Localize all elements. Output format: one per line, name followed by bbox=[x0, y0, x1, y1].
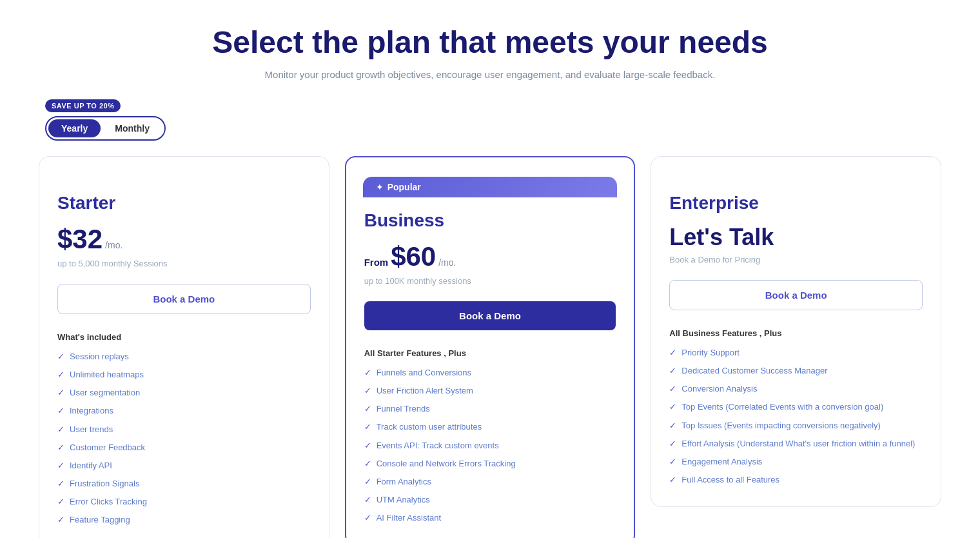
feature-text: Console and Network Errors Tracking bbox=[377, 458, 516, 470]
feature-item: ✓ Top Issues (Events impacting conversio… bbox=[669, 420, 923, 432]
feature-text: Session replays bbox=[70, 351, 129, 363]
feature-text: Top Issues (Events impacting conversions… bbox=[681, 420, 881, 432]
feature-text: Frustration Signals bbox=[70, 478, 139, 490]
feature-item: ✓ Form Analytics bbox=[364, 476, 616, 488]
star-icon: ✦ bbox=[376, 182, 384, 192]
feature-text: User trends bbox=[70, 424, 113, 435]
check-icon: ✓ bbox=[364, 422, 371, 432]
feature-text: Dedicated Customer Success Manager bbox=[681, 365, 827, 377]
price-from: From bbox=[364, 257, 389, 268]
price-amount-business: $60 bbox=[391, 241, 436, 272]
monthly-toggle[interactable]: Monthly bbox=[102, 119, 162, 137]
check-icon: ✓ bbox=[57, 406, 64, 415]
feature-item: ✓ Conversion Analysis bbox=[669, 383, 923, 395]
price-amount-starter: $32 bbox=[57, 224, 103, 255]
feature-item: ✓ Engagement Analysis bbox=[669, 456, 923, 468]
check-icon: ✓ bbox=[364, 459, 371, 468]
check-icon: ✓ bbox=[364, 368, 371, 377]
billing-toggle[interactable]: Yearly Monthly bbox=[45, 116, 166, 141]
feature-item: ✓ Customer Feedback bbox=[57, 442, 311, 453]
feature-item: ✓ Funnel Trends bbox=[364, 403, 616, 415]
book-demo-pricing-label: Book a Demo for Pricing bbox=[669, 255, 923, 264]
feature-item: ✓ Track custom user attributes bbox=[364, 421, 616, 433]
feature-item: ✓ Unlimited heatmaps bbox=[57, 369, 311, 381]
feature-text: Identify API bbox=[70, 460, 112, 472]
feature-item: ✓ Integrations bbox=[57, 405, 311, 417]
popular-badge: ✦ Popular bbox=[363, 177, 618, 197]
check-icon: ✓ bbox=[364, 513, 371, 523]
plan-name-starter: Starter bbox=[57, 193, 311, 214]
feature-item: ✓ Funnels and Conversions bbox=[364, 367, 616, 379]
check-icon: ✓ bbox=[57, 388, 64, 397]
feature-text: Error Clicks Tracking bbox=[70, 496, 147, 508]
feature-item: ✓ AI Filter Assistant bbox=[364, 512, 616, 524]
feature-text: UTM Analytics bbox=[377, 494, 430, 506]
feature-text: AI Filter Assistant bbox=[377, 512, 441, 524]
plan-name-enterprise: Enterprise bbox=[669, 193, 923, 214]
feature-text: Priority Support bbox=[681, 347, 740, 359]
lets-talk-label: Let's Talk bbox=[669, 224, 923, 251]
feature-text: Funnel Trends bbox=[377, 403, 430, 415]
feature-text: Events API: Track custom events bbox=[377, 440, 499, 452]
check-icon: ✓ bbox=[364, 441, 371, 450]
feature-item: ✓ User segmentation bbox=[57, 387, 311, 399]
feature-text: Engagement Analysis bbox=[681, 456, 762, 468]
check-icon: ✓ bbox=[57, 515, 64, 524]
feature-text: Feature Tagging bbox=[70, 514, 130, 526]
feature-item: ✓ Effort Analysis (Understand What's use… bbox=[669, 438, 923, 450]
feature-item: ✓ User Friction Alert System bbox=[364, 385, 616, 397]
yearly-toggle[interactable]: Yearly bbox=[48, 119, 101, 137]
check-icon: ✓ bbox=[669, 402, 676, 412]
check-icon: ✓ bbox=[364, 477, 371, 486]
feature-item: ✓ Events API: Track custom events bbox=[364, 440, 616, 452]
feature-item: ✓ UTM Analytics bbox=[364, 494, 616, 506]
feature-item: ✓ Session replays bbox=[57, 351, 311, 363]
feature-text: Funnels and Conversions bbox=[377, 367, 471, 379]
feature-item: ✓ Frustration Signals bbox=[57, 478, 311, 490]
feature-list-business: ✓ Funnels and Conversions ✓ User Frictio… bbox=[364, 367, 616, 524]
price-period-business: /mo. bbox=[438, 257, 456, 268]
check-icon: ✓ bbox=[57, 497, 64, 506]
feature-item: ✓ Priority Support bbox=[669, 347, 923, 359]
price-row-starter: $32/mo. bbox=[57, 224, 311, 255]
book-demo-button-business[interactable]: Book a Demo bbox=[364, 301, 616, 330]
page-title: Select the plan that meets your needs bbox=[39, 26, 941, 60]
price-sessions-business: up to 100K monthly sessions bbox=[364, 276, 616, 286]
feature-item: ✓ Top Events (Correlated Events with a c… bbox=[669, 401, 923, 413]
book-demo-button-enterprise[interactable]: Book a Demo bbox=[669, 280, 923, 310]
plan-card-starter: Starter$32/mo.up to 5,000 monthly Sessio… bbox=[39, 156, 329, 538]
check-icon: ✓ bbox=[57, 443, 64, 452]
check-icon: ✓ bbox=[57, 370, 64, 379]
feature-list-starter: ✓ Session replays ✓ Unlimited heatmaps ✓… bbox=[57, 351, 311, 526]
feature-text: User segmentation bbox=[70, 387, 140, 399]
feature-item: ✓ Console and Network Errors Tracking bbox=[364, 458, 616, 470]
feature-text: Full Access to all Features bbox=[681, 474, 779, 486]
check-icon: ✓ bbox=[669, 475, 676, 484]
feature-item: ✓ Feature Tagging bbox=[57, 514, 311, 526]
plan-card-enterprise: EnterpriseLet's TalkBook a Demo for Pric… bbox=[651, 156, 941, 508]
check-icon: ✓ bbox=[57, 352, 64, 361]
feature-item: ✓ User trends bbox=[57, 424, 311, 435]
check-icon: ✓ bbox=[669, 348, 676, 357]
features-heading-business: All Starter Features , Plus bbox=[364, 348, 616, 358]
plans-grid: Starter$32/mo.up to 5,000 monthly Sessio… bbox=[39, 156, 941, 538]
check-icon: ✓ bbox=[57, 461, 64, 470]
check-icon: ✓ bbox=[364, 495, 371, 504]
feature-item: ✓ Identify API bbox=[57, 460, 311, 472]
price-period-starter: /mo. bbox=[105, 240, 122, 250]
check-icon: ✓ bbox=[669, 457, 676, 466]
feature-item: ✓ Error Clicks Tracking bbox=[57, 496, 311, 508]
feature-item: ✓ Full Access to all Features bbox=[669, 474, 923, 486]
feature-text: Integrations bbox=[70, 405, 113, 417]
plan-card-business: ✦ Popular BusinessFrom$60/mo.up to 100K … bbox=[345, 156, 636, 538]
billing-toggle-wrapper: SAVE UP TO 20% Yearly Monthly bbox=[45, 99, 941, 141]
feature-text: Effort Analysis (Understand What's user … bbox=[681, 438, 915, 450]
feature-text: Form Analytics bbox=[377, 476, 431, 488]
feature-text: Customer Feedback bbox=[70, 442, 145, 453]
book-demo-button-starter[interactable]: Book a Demo bbox=[57, 284, 311, 314]
check-icon: ✓ bbox=[364, 404, 371, 413]
check-icon: ✓ bbox=[669, 366, 676, 375]
check-icon: ✓ bbox=[669, 439, 676, 448]
price-sessions-starter: up to 5,000 monthly Sessions bbox=[57, 259, 311, 268]
price-row-business: From$60/mo. bbox=[364, 241, 616, 272]
